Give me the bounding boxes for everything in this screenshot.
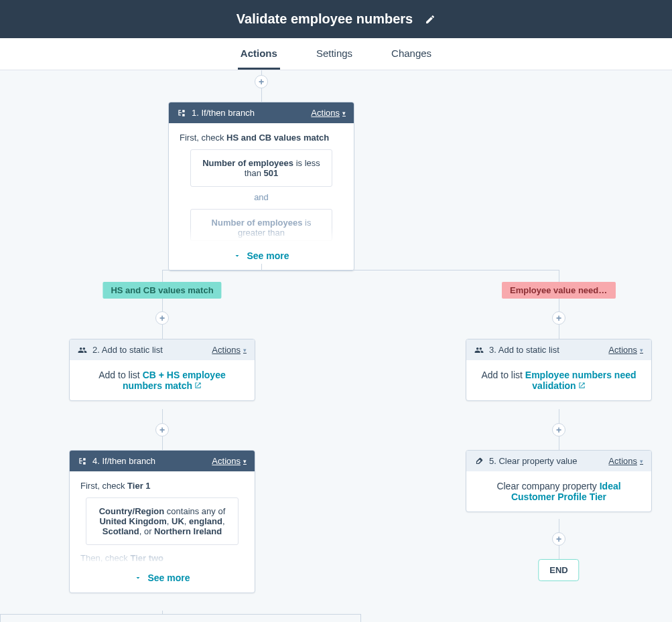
add-step-button[interactable]: +: [552, 423, 565, 437]
node-clear-property-5[interactable]: 5. Clear property value Actions▾ Clear c…: [466, 450, 652, 512]
card-title: 5. Clear property value: [489, 456, 578, 466]
card-actions-menu[interactable]: Actions▾: [212, 456, 247, 466]
branch-label-needs: Employee value needs to …: [502, 282, 616, 299]
add-step-button[interactable]: +: [155, 311, 169, 325]
first-check-name: Tier 1: [127, 481, 150, 491]
node-if-then-4[interactable]: 4. If/then branch Actions▾ First, check …: [69, 450, 255, 593]
first-check-prefix: First, check: [80, 481, 127, 491]
connector: [162, 270, 163, 339]
connector: [0, 614, 1, 622]
tab-bar: Actions Settings Changes: [0, 38, 672, 70]
node-if-then-1[interactable]: 1. If/then branch Actions▾ First, check …: [168, 102, 354, 271]
list-link[interactable]: Employee numbers need valida­tion: [525, 370, 636, 391]
card-body: First, check Tier 1 Country/Region conta…: [70, 471, 255, 593]
criteria-box-faded: Number of employees is greater than: [190, 209, 332, 241]
end-node: END: [538, 559, 579, 581]
card-actions-menu[interactable]: Actions▾: [311, 108, 346, 118]
first-check-name: HS and CB values match: [226, 133, 329, 143]
card-header: 5. Clear property value Actions▾: [466, 451, 651, 471]
card-actions-menu[interactable]: Actions▾: [608, 345, 643, 355]
card-title: 3. Add to static list: [489, 345, 559, 355]
add-step-button[interactable]: +: [552, 532, 565, 546]
add-step-button[interactable]: +: [255, 75, 268, 88]
card-header: 1. If/then branch Actions▾: [169, 102, 354, 123]
card-body: First, check HS and CB values match Numb…: [169, 123, 354, 270]
external-link-icon: [578, 382, 586, 389]
and-label: and: [180, 192, 343, 202]
chevron-down-icon: [134, 574, 142, 582]
first-check-prefix: First, check: [180, 133, 226, 143]
see-more-button[interactable]: See more: [80, 572, 244, 583]
card-title: 2. Add to static list: [92, 345, 163, 355]
card-body: Clear company property Ideal Customer Pr…: [466, 471, 651, 512]
list-icon: [78, 345, 87, 355]
criteria-box: Country/Region contains any of United Ki…: [86, 497, 239, 545]
then-check-name: Tier two: [130, 553, 163, 563]
connector: [559, 270, 559, 339]
tab-settings[interactable]: Settings: [314, 38, 355, 70]
clear-prop-prefix: Clear company property: [496, 481, 599, 491]
tab-changes[interactable]: Changes: [389, 38, 434, 70]
branch-label-match: HS and CB values match: [103, 282, 221, 299]
external-link-icon: [194, 382, 202, 389]
add-to-list-prefix: Add to list: [98, 370, 142, 380]
connector: [360, 614, 361, 622]
card-header: 2. Add to static list Actions▾: [70, 339, 255, 360]
workflow-header: Validate employee numbers: [0, 0, 672, 38]
add-to-list-prefix: Add to list: [481, 370, 525, 380]
card-actions-menu[interactable]: Actions▾: [212, 345, 247, 355]
workflow-title: Validate employee numbers: [237, 11, 413, 27]
list-icon: [474, 345, 484, 355]
then-check-prefix: Then, check: [80, 553, 130, 563]
card-body: Add to list CB + HS employee numbers mat…: [70, 360, 255, 400]
card-title: 1. If/then branch: [192, 108, 255, 118]
card-title: 4. If/then branch: [92, 456, 155, 466]
connector: [0, 614, 360, 615]
add-step-button[interactable]: +: [155, 423, 169, 437]
node-add-list-2[interactable]: 2. Add to static list Actions▾ Add to li…: [69, 339, 255, 401]
see-more-button[interactable]: See more: [180, 250, 343, 261]
workflow-canvas[interactable]: + 1. If/then branch Actions▾ First, chec…: [0, 70, 672, 622]
node-add-list-3[interactable]: 3. Add to static list Actions▾ Add to li…: [466, 339, 652, 401]
connector: [162, 270, 559, 270]
edit-title-icon[interactable]: [425, 14, 435, 25]
branch-icon: [78, 457, 87, 466]
add-step-button[interactable]: +: [552, 311, 565, 325]
card-header: 4. If/then branch Actions▾: [70, 451, 255, 471]
criteria-box: Number of employees is less than 501: [190, 149, 332, 187]
card-header: 3. Add to static list Actions▾: [466, 339, 651, 360]
branch-icon: [177, 108, 186, 118]
card-actions-menu[interactable]: Actions▾: [608, 456, 643, 466]
card-body: Add to list Employee numbers need valida…: [466, 360, 651, 400]
tab-actions[interactable]: Actions: [238, 38, 280, 70]
chevron-down-icon: [233, 252, 241, 260]
eraser-icon: [474, 457, 484, 466]
